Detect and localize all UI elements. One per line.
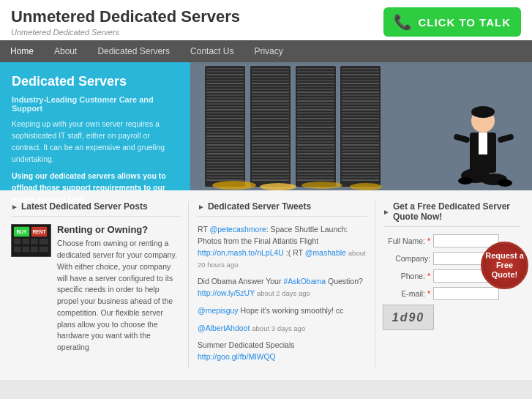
svg-rect-8 (206, 86, 244, 87)
svg-rect-104 (297, 133, 334, 134)
svg-rect-141 (342, 124, 379, 125)
svg-rect-37 (206, 171, 244, 172)
svg-point-162 (260, 183, 296, 190)
svg-rect-36 (206, 168, 244, 169)
click-to-talk-button[interactable]: 📞 CLICK TO TALK (383, 7, 521, 37)
svg-rect-181 (22, 239, 29, 245)
quote-section-title: ► Get a Free Dedicated Server Quote Now! (383, 201, 521, 227)
svg-rect-39 (206, 176, 244, 178)
svg-rect-80 (252, 179, 289, 181)
svg-rect-111 (297, 153, 334, 154)
svg-rect-152 (342, 156, 379, 157)
tweet-5: Summer Dedicated Specials http://goo.gl/… (198, 340, 367, 363)
svg-rect-91 (297, 94, 334, 96)
svg-rect-13 (206, 100, 244, 102)
svg-rect-180 (14, 239, 21, 245)
phone-icon: 📞 (394, 13, 412, 31)
tweet-4: @AlbertAhdoot about 3 days ago (198, 323, 367, 335)
svg-rect-72 (252, 156, 289, 157)
svg-rect-107 (297, 141, 334, 143)
click-to-talk-label: CLICK TO TALK (418, 16, 511, 29)
fullname-input[interactable] (433, 234, 499, 247)
svg-rect-58 (252, 115, 289, 116)
svg-rect-153 (342, 159, 379, 160)
svg-rect-78 (252, 174, 289, 175)
svg-rect-56 (252, 109, 289, 111)
tweet-user-link-4[interactable]: @AlbertAhdoot (198, 324, 250, 332)
main-content: ► Latest Dedicated Server Posts BUY RENT (0, 190, 532, 380)
svg-rect-76 (252, 168, 289, 169)
svg-rect-82 (297, 68, 334, 70)
tweet-link-1[interactable]: http://on.mash.to/nLpL4U (198, 248, 284, 257)
hero-bold-text: Using our dedicated servers allows you t… (12, 171, 179, 205)
svg-rect-148 (342, 144, 379, 146)
svg-rect-2 (206, 68, 244, 70)
svg-rect-75 (252, 165, 289, 166)
svg-rect-128 (342, 86, 379, 87)
svg-point-164 (350, 183, 382, 190)
svg-point-166 (471, 106, 495, 118)
svg-rect-135 (342, 106, 379, 108)
svg-rect-48 (252, 86, 289, 87)
svg-point-171 (458, 177, 473, 184)
tweet-user-link-1[interactable]: @petecashmore (210, 225, 266, 234)
request-quote-button[interactable]: Request a Free Quote! (481, 242, 528, 289)
svg-rect-122 (342, 68, 379, 70)
svg-rect-108 (297, 144, 334, 146)
svg-rect-118 (297, 174, 334, 175)
post-item: BUY RENT Renting or Owning? Choose from … (11, 224, 181, 354)
quote-arrow-icon: ► (383, 208, 390, 216)
svg-rect-159 (342, 176, 379, 178)
email-input[interactable] (433, 287, 499, 300)
svg-rect-40 (206, 179, 244, 181)
svg-rect-116 (297, 168, 334, 169)
svg-rect-28 (206, 144, 244, 146)
tweet-link-2[interactable]: http://ow.ly/5zUY (198, 288, 255, 297)
svg-rect-14 (206, 103, 244, 105)
svg-rect-64 (252, 133, 289, 134)
svg-rect-35 (206, 165, 244, 166)
svg-rect-105 (297, 135, 334, 137)
svg-rect-156 (342, 168, 379, 169)
svg-rect-129 (342, 89, 379, 90)
tweet-user-link-3[interactable]: @mepisguy (198, 306, 239, 315)
tweet-1: RT @petecashmore: Space Shuttle Launch: … (198, 224, 367, 270)
svg-rect-119 (297, 176, 334, 178)
phone-label: Phone: * (383, 272, 430, 280)
hero-section: Dedicated Servers Industry-Leading Custo… (0, 62, 532, 190)
svg-rect-144 (342, 133, 379, 134)
nav-item-about[interactable]: About (44, 40, 87, 62)
tweet-link-3[interactable]: http://goo.gl/fb/MlWQQ (198, 352, 276, 361)
svg-rect-131 (342, 94, 379, 96)
svg-rect-94 (297, 103, 334, 105)
svg-rect-15 (206, 106, 244, 108)
quote-form-wrapper: Full Name: * Company: Phone: * E-mail: *… (383, 234, 521, 330)
svg-rect-134 (342, 103, 379, 105)
nav-item-privacy[interactable]: Privacy (244, 40, 293, 62)
svg-rect-69 (252, 147, 289, 149)
svg-rect-7 (206, 83, 244, 84)
svg-rect-160 (342, 179, 379, 181)
tweet-user-link-2[interactable]: @mashable (305, 248, 346, 257)
nav-item-home[interactable]: Home (0, 40, 44, 62)
svg-rect-33 (206, 159, 244, 160)
post-thumbnail: BUY RENT (11, 224, 51, 257)
svg-rect-93 (297, 100, 334, 102)
svg-rect-53 (252, 100, 289, 102)
svg-rect-158 (342, 174, 379, 175)
email-label: E-mail: * (383, 289, 430, 298)
svg-rect-87 (297, 83, 334, 84)
svg-rect-92 (297, 97, 334, 99)
svg-rect-66 (252, 138, 289, 140)
svg-rect-4 (206, 74, 244, 75)
svg-rect-136 (342, 109, 379, 111)
svg-rect-54 (252, 103, 289, 105)
svg-rect-42 (252, 68, 289, 70)
tweet-hashtag[interactable]: #AskObama (283, 277, 326, 286)
svg-rect-86 (297, 80, 334, 81)
svg-rect-115 (297, 165, 334, 166)
keyboard-icon: BUY RENT (12, 224, 50, 257)
svg-rect-74 (252, 162, 289, 163)
nav-item-dedicated-servers[interactable]: Dedicated Servers (87, 40, 180, 62)
nav-item-contact-us[interactable]: Contact Us (180, 40, 244, 62)
